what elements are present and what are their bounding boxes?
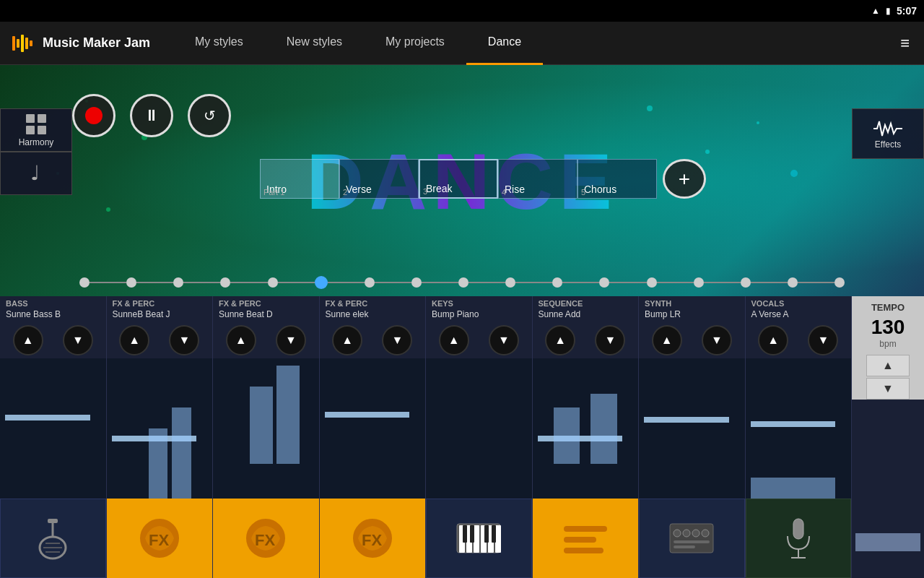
vocals-visualizer[interactable]	[746, 358, 852, 499]
svg-text:♩: ♩	[30, 162, 40, 184]
svg-rect-50	[674, 540, 710, 543]
section-intro[interactable]: Intro Part 1	[260, 159, 339, 199]
keys-up-button[interactable]	[439, 325, 469, 355]
harmony-button[interactable]: Harmony	[0, 108, 72, 152]
bass-down-button[interactable]	[63, 325, 93, 355]
svg-rect-40	[484, 525, 489, 543]
tempo-visualizer	[852, 400, 924, 578]
treble-clef-icon: ♩	[25, 161, 48, 184]
keys-down-button[interactable]	[489, 325, 519, 355]
pos-dot-3[interactable]	[220, 277, 230, 288]
fx2-pad[interactable]: FX	[213, 499, 319, 578]
fx1-down-button[interactable]	[169, 325, 199, 355]
pos-line-5	[328, 282, 365, 283]
section-verse[interactable]: Verse 2	[339, 159, 419, 199]
fx3-visualizer[interactable]	[320, 358, 426, 499]
pos-dot-7[interactable]	[411, 277, 422, 288]
tab-my-styles[interactable]: My styles	[173, 22, 265, 65]
right-sidebar: Effects	[852, 108, 924, 159]
pos-dot-12[interactable]	[647, 277, 657, 288]
loop-button[interactable]: ↺	[188, 94, 231, 137]
pos-dot-1[interactable]	[126, 277, 136, 288]
section-verse-label: Verse	[346, 184, 412, 195]
status-time: 5:07	[897, 5, 917, 17]
seq-down-button[interactable]	[595, 325, 625, 355]
top-nav: Music Maker Jam My styles New styles My …	[0, 22, 924, 65]
add-section-button[interactable]: +	[663, 159, 706, 199]
svg-rect-42	[564, 526, 607, 532]
harmony-label: Harmony	[19, 137, 54, 147]
pos-dot-0[interactable]	[79, 277, 90, 288]
svg-rect-4	[30, 40, 32, 46]
fx1-pad[interactable]: FX	[107, 499, 213, 578]
svg-point-9	[106, 207, 110, 212]
pos-dot-2[interactable]	[173, 277, 183, 288]
section-chorus[interactable]: Chorus 5	[578, 159, 657, 199]
pos-dot-5[interactable]	[315, 276, 328, 289]
pos-dot-6[interactable]	[365, 277, 375, 288]
fx2-down-button[interactable]	[276, 325, 306, 355]
tempo-vis-line	[855, 533, 920, 551]
pos-dot-8[interactable]	[458, 277, 468, 288]
tab-new-styles[interactable]: New styles	[265, 22, 364, 65]
pos-dot-16[interactable]	[834, 277, 845, 288]
synth-pad[interactable]	[639, 499, 745, 578]
tab-dance[interactable]: Dance	[466, 22, 543, 65]
notes-button[interactable]: ♩	[0, 152, 72, 195]
pos-dot-15[interactable]	[788, 277, 798, 288]
bass-controls	[0, 322, 106, 358]
fx2-type: FX & PERC	[219, 299, 313, 308]
fx1-vis-bar2	[172, 407, 191, 499]
tempo-bpm: bpm	[879, 339, 896, 349]
tab-my-projects[interactable]: My projects	[364, 22, 466, 65]
svg-rect-43	[564, 537, 596, 543]
vocals-up-button[interactable]	[758, 325, 788, 355]
bass-up-button[interactable]	[13, 325, 43, 355]
fx3-pad[interactable]: FX	[320, 499, 426, 578]
fx2-visualizer[interactable]	[213, 358, 319, 499]
fx3-name: Sunne elek	[326, 309, 420, 319]
bass-visualizer[interactable]	[0, 358, 106, 499]
vocals-pad[interactable]	[746, 499, 852, 578]
pos-dot-9[interactable]	[505, 277, 515, 288]
svg-rect-38	[463, 525, 467, 543]
fx3-up-button[interactable]	[332, 325, 362, 355]
svg-rect-51	[674, 545, 695, 548]
fx1-up-button[interactable]	[119, 325, 149, 355]
seq-up-button[interactable]	[545, 325, 575, 355]
pos-dot-14[interactable]	[741, 277, 751, 288]
synth-up-button[interactable]	[652, 325, 682, 355]
synth-visualizer[interactable]	[639, 358, 745, 499]
seq-pad[interactable]	[533, 499, 639, 578]
mic-icon	[773, 513, 824, 564]
pos-dot-11[interactable]	[599, 277, 609, 288]
pos-dot-4[interactable]	[268, 277, 278, 288]
vocals-down-button[interactable]	[808, 325, 838, 355]
seq-visualizer[interactable]	[533, 358, 639, 499]
fx1-visualizer[interactable]	[107, 358, 213, 499]
section-break[interactable]: Break 3	[419, 159, 498, 199]
pos-line-9	[515, 282, 552, 283]
fx3-down-button[interactable]	[382, 325, 412, 355]
fx1-header: FX & PERC SunneB Beat J	[107, 296, 213, 322]
guitar-icon	[27, 513, 78, 564]
instrument-vocals: VOCALS A Verse A	[746, 296, 853, 578]
fx2-up-button[interactable]	[226, 325, 256, 355]
menu-icon[interactable]: ≡	[886, 34, 924, 53]
vocals-name: A Verse A	[751, 309, 846, 319]
fx1-icon: FX	[134, 513, 185, 564]
pos-dot-10[interactable]	[552, 277, 562, 288]
tempo-up-button[interactable]: ▲	[866, 355, 910, 376]
tempo-down-button[interactable]: ▼	[866, 378, 910, 400]
svg-rect-34	[474, 525, 479, 553]
position-bar	[79, 276, 845, 289]
bass-pad[interactable]	[0, 499, 106, 578]
keys-visualizer[interactable]	[426, 358, 532, 499]
record-button[interactable]	[72, 94, 116, 137]
synth-down-button[interactable]	[702, 325, 732, 355]
keys-pad[interactable]	[426, 499, 532, 578]
pos-dot-13[interactable]	[694, 277, 704, 288]
pause-button[interactable]: ⏸	[130, 94, 173, 137]
effects-button[interactable]: Effects	[852, 108, 924, 159]
section-rise[interactable]: Rise 4	[498, 159, 578, 199]
